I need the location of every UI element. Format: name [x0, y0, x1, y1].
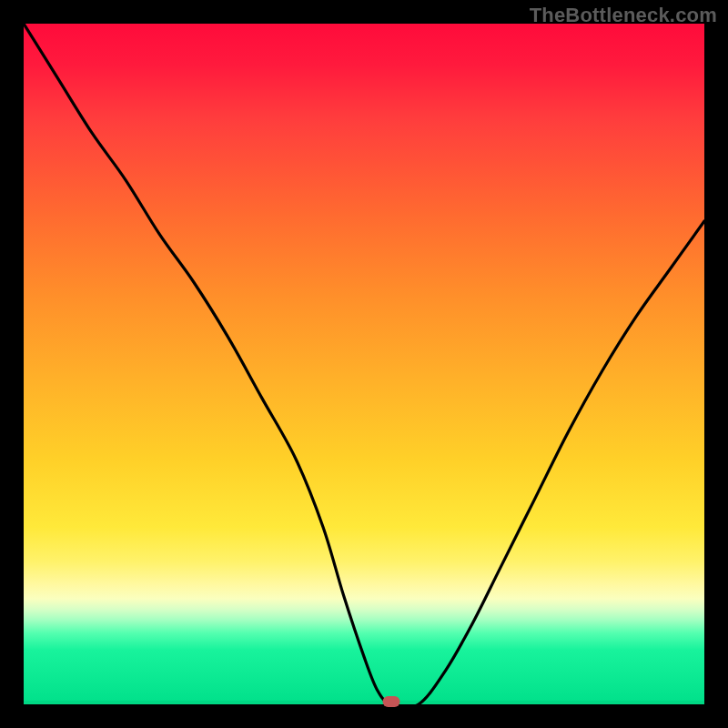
watermark-text: TheBottleneck.com — [530, 4, 717, 27]
plot-area — [24, 24, 704, 704]
minimum-marker — [382, 696, 399, 707]
bottleneck-curve — [24, 24, 704, 704]
chart-frame: TheBottleneck.com — [0, 0, 728, 728]
